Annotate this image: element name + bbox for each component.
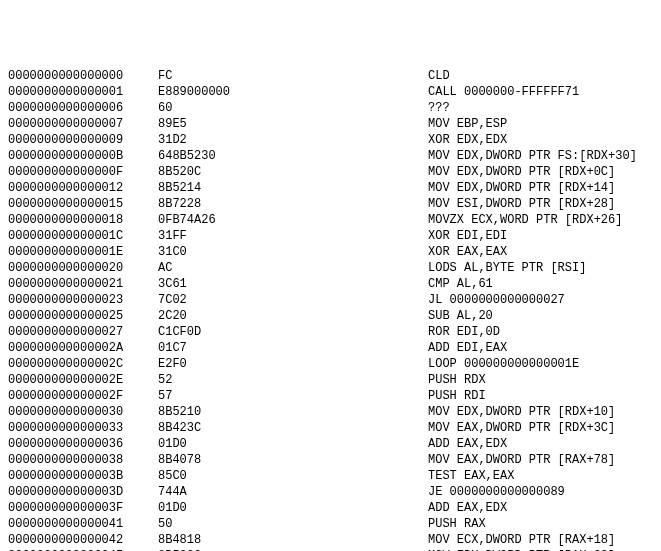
bytes-cell: 8B423C <box>158 420 428 436</box>
mnemonic-cell: MOV EAX,DWORD PTR [RDX+3C] <box>428 420 661 436</box>
bytes-cell: 60 <box>158 100 428 116</box>
mnemonic-cell: XOR EDI,EDI <box>428 228 661 244</box>
disasm-row[interactable]: 000000000000002A01C7ADD EDI,EAX <box>8 340 661 356</box>
mnemonic-cell: ROR EDI,0D <box>428 324 661 340</box>
address-cell: 000000000000001C <box>8 228 158 244</box>
address-cell: 0000000000000033 <box>8 420 158 436</box>
address-cell: 0000000000000020 <box>8 260 158 276</box>
bytes-cell: 85C0 <box>158 468 428 484</box>
address-cell: 000000000000001E <box>8 244 158 260</box>
address-cell: 0000000000000025 <box>8 308 158 324</box>
disasm-row[interactable]: 000000000000004150PUSH RAX <box>8 516 661 532</box>
mnemonic-cell: CLD <box>428 68 661 84</box>
bytes-cell: 0FB74A26 <box>158 212 428 228</box>
disasm-row[interactable]: 000000000000003D744AJE 0000000000000089 <box>8 484 661 500</box>
mnemonic-cell: CALL 0000000-FFFFFF71 <box>428 84 661 100</box>
mnemonic-cell: MOVZX ECX,WORD PTR [RDX+26] <box>428 212 661 228</box>
bytes-cell: 31C0 <box>158 244 428 260</box>
disasm-row[interactable]: 00000000000000428B4818MOV ECX,DWORD PTR … <box>8 532 661 548</box>
bytes-cell: 3C61 <box>158 276 428 292</box>
bytes-cell: 50 <box>158 516 428 532</box>
mnemonic-cell: JE 0000000000000089 <box>428 484 661 500</box>
bytes-cell: 01C7 <box>158 340 428 356</box>
bytes-cell: 8B5210 <box>158 404 428 420</box>
bytes-cell: 648B5230 <box>158 148 428 164</box>
mnemonic-cell: LODS AL,BYTE PTR [RSI] <box>428 260 661 276</box>
mnemonic-cell: MOV ESI,DWORD PTR [RDX+28] <box>428 196 661 212</box>
mnemonic-cell: MOV EBP,ESP <box>428 116 661 132</box>
address-cell: 000000000000003F <box>8 500 158 516</box>
address-cell: 0000000000000038 <box>8 452 158 468</box>
address-cell: 000000000000000B <box>8 148 158 164</box>
disasm-row[interactable]: 000000000000002F57PUSH RDI <box>8 388 661 404</box>
mnemonic-cell: MOV EDX,DWORD PTR [RDX+10] <box>428 404 661 420</box>
mnemonic-cell: MOV EDX,DWORD PTR FS:[RDX+30] <box>428 148 661 164</box>
bytes-cell: 744A <box>158 484 428 500</box>
bytes-cell: 01D0 <box>158 436 428 452</box>
disasm-row[interactable]: 00000000000000338B423CMOV EAX,DWORD PTR … <box>8 420 661 436</box>
bytes-cell: 01D0 <box>158 500 428 516</box>
address-cell: 0000000000000009 <box>8 132 158 148</box>
bytes-cell: 7C02 <box>158 292 428 308</box>
disasm-row[interactable]: 000000000000000F8B520CMOV EDX,DWORD PTR … <box>8 164 661 180</box>
mnemonic-cell: LOOP 000000000000001E <box>428 356 661 372</box>
disasm-row[interactable]: 00000000000000213C61CMP AL,61 <box>8 276 661 292</box>
disasm-row[interactable]: 00000000000000308B5210MOV EDX,DWORD PTR … <box>8 404 661 420</box>
bytes-cell: C1CF0D <box>158 324 428 340</box>
disasm-row[interactable]: 00000000000000388B4078MOV EAX,DWORD PTR … <box>8 452 661 468</box>
disasm-row[interactable]: 000000000000003601D0ADD EAX,EDX <box>8 436 661 452</box>
disasm-row[interactable]: 000000000000002CE2F0LOOP 000000000000001… <box>8 356 661 372</box>
disasm-row[interactable]: 000000000000001E31C0XOR EAX,EAX <box>8 244 661 260</box>
bytes-cell: 31D2 <box>158 132 428 148</box>
address-cell: 0000000000000030 <box>8 404 158 420</box>
bytes-cell: 52 <box>158 372 428 388</box>
disasm-row[interactable]: 00000000000000158B7228MOV ESI,DWORD PTR … <box>8 196 661 212</box>
disasm-row[interactable]: 00000000000000128B5214MOV EDX,DWORD PTR … <box>8 180 661 196</box>
address-cell: 0000000000000023 <box>8 292 158 308</box>
mnemonic-cell: CMP AL,61 <box>428 276 661 292</box>
disasm-row[interactable]: 000000000000000789E5MOV EBP,ESP <box>8 116 661 132</box>
disasm-row[interactable]: 000000000000001C31FFXOR EDI,EDI <box>8 228 661 244</box>
disasm-row[interactable]: 0000000000000001E889000000CALL 0000000-F… <box>8 84 661 100</box>
disasm-row[interactable]: 0000000000000000FCCLD <box>8 68 661 84</box>
bytes-cell: E889000000 <box>158 84 428 100</box>
bytes-cell: 2C20 <box>158 308 428 324</box>
address-cell: 0000000000000006 <box>8 100 158 116</box>
address-cell: 0000000000000001 <box>8 84 158 100</box>
disasm-row[interactable]: 000000000000003F01D0ADD EAX,EDX <box>8 500 661 516</box>
address-cell: 0000000000000015 <box>8 196 158 212</box>
address-cell: 0000000000000012 <box>8 180 158 196</box>
bytes-cell: 8B520C <box>158 164 428 180</box>
address-cell: 000000000000002C <box>8 356 158 372</box>
mnemonic-cell: XOR EAX,EAX <box>428 244 661 260</box>
mnemonic-cell: PUSH RDX <box>428 372 661 388</box>
address-cell: 0000000000000000 <box>8 68 158 84</box>
address-cell: 0000000000000041 <box>8 516 158 532</box>
disasm-row[interactable]: 000000000000000B648B5230MOV EDX,DWORD PT… <box>8 148 661 164</box>
disasm-row[interactable]: 000000000000000660??? <box>8 100 661 116</box>
bytes-cell: 31FF <box>158 228 428 244</box>
disassembly-view: 0000000000000000FCCLD0000000000000001E88… <box>8 68 661 551</box>
mnemonic-cell: MOV ECX,DWORD PTR [RAX+18] <box>428 532 661 548</box>
mnemonic-cell: PUSH RDI <box>428 388 661 404</box>
bytes-cell: 8B4818 <box>158 532 428 548</box>
bytes-cell: AC <box>158 260 428 276</box>
disasm-row[interactable]: 000000000000000931D2XOR EDX,EDX <box>8 132 661 148</box>
disasm-row[interactable]: 00000000000000237C02JL 0000000000000027 <box>8 292 661 308</box>
mnemonic-cell: MOV EDX,DWORD PTR [RDX+14] <box>428 180 661 196</box>
disasm-row[interactable]: 000000000000003B85C0TEST EAX,EAX <box>8 468 661 484</box>
disasm-row[interactable]: 0000000000000027C1CF0DROR EDI,0D <box>8 324 661 340</box>
address-cell: 000000000000002A <box>8 340 158 356</box>
address-cell: 0000000000000007 <box>8 116 158 132</box>
address-cell: 000000000000003D <box>8 484 158 500</box>
address-cell: 0000000000000036 <box>8 436 158 452</box>
address-cell: 0000000000000021 <box>8 276 158 292</box>
address-cell: 000000000000000F <box>8 164 158 180</box>
disasm-row[interactable]: 0000000000000020ACLODS AL,BYTE PTR [RSI] <box>8 260 661 276</box>
bytes-cell: 8B5214 <box>158 180 428 196</box>
disasm-row[interactable]: 00000000000000252C20SUB AL,20 <box>8 308 661 324</box>
bytes-cell: FC <box>158 68 428 84</box>
disasm-row[interactable]: 000000000000002E52PUSH RDX <box>8 372 661 388</box>
disasm-row[interactable]: 00000000000000180FB74A26MOVZX ECX,WORD P… <box>8 212 661 228</box>
address-cell: 0000000000000018 <box>8 212 158 228</box>
